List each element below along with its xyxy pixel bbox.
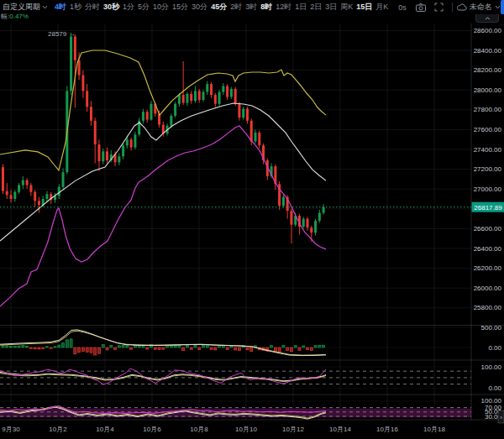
period-1分[interactable]: 1分 xyxy=(123,2,134,13)
svg-text:26000.00: 26000.00 xyxy=(474,285,502,292)
svg-text:10月4: 10月4 xyxy=(96,426,114,433)
screenshot-button[interactable] xyxy=(416,3,426,12)
svg-text:›: › xyxy=(500,414,502,421)
svg-text:28000.00: 28000.00 xyxy=(474,86,502,94)
chevron-up-icon xyxy=(485,17,491,20)
svg-text:9月30: 9月30 xyxy=(2,426,20,433)
svg-text:26817.89: 26817.89 xyxy=(474,204,502,212)
svg-text:10月14: 10月14 xyxy=(329,426,351,433)
svg-text:10月18: 10月18 xyxy=(423,426,445,433)
svg-text:10月8: 10月8 xyxy=(190,426,208,433)
period-3时[interactable]: 3时 xyxy=(245,2,257,13)
period-15分[interactable]: 15分 xyxy=(172,2,188,13)
svg-text:500.00: 500.00 xyxy=(481,324,502,332)
svg-text:27200.00: 27200.00 xyxy=(474,165,502,173)
svg-text:26400.00: 26400.00 xyxy=(474,245,502,253)
chevron-down-icon xyxy=(42,5,48,9)
svg-text:10月10: 10月10 xyxy=(235,426,257,433)
amplitude-readout: 幅:0.47% xyxy=(1,12,29,21)
svg-text:28400.00: 28400.00 xyxy=(474,47,502,55)
fullscreen-button[interactable] xyxy=(434,3,444,12)
svg-text:28600.00: 28600.00 xyxy=(474,27,502,34)
period-周K[interactable]: 周K xyxy=(340,2,353,13)
toolbar-collapse-button[interactable] xyxy=(475,14,499,23)
svg-text:10月6: 10月6 xyxy=(143,426,161,433)
layout-dropdown[interactable]: 未命名 xyxy=(457,2,501,13)
period-分时[interactable]: 分时 xyxy=(85,2,100,13)
svg-text:26200.00: 26200.00 xyxy=(474,264,502,272)
period-selector: 4时1秒分时30秒1分5分10分15分30分45分2时3时8时12时1日2日3日… xyxy=(53,2,390,13)
period-月K[interactable]: 月K xyxy=(375,2,388,13)
svg-text:27800.00: 27800.00 xyxy=(474,106,502,113)
amplitude-value: 0.47% xyxy=(9,13,29,20)
amplitude-label: 幅: xyxy=(1,13,9,20)
layout-name: 未命名 xyxy=(470,2,492,13)
period-30秒[interactable]: 30秒 xyxy=(103,2,119,13)
period-4时[interactable]: 4时 xyxy=(55,2,66,13)
period-8时[interactable]: 8时 xyxy=(260,2,272,13)
period-30分[interactable]: 30分 xyxy=(192,2,207,13)
svg-text:27600.00: 27600.00 xyxy=(474,126,502,133)
period-1秒[interactable]: 1秒 xyxy=(70,2,81,13)
last-price-badge: 26817.89 xyxy=(472,202,504,212)
place-order-button[interactable]: 下单 xyxy=(501,0,504,14)
period-12时[interactable]: 12时 xyxy=(276,2,291,13)
toolbar-divider xyxy=(452,3,453,12)
svg-text:0.00: 0.00 xyxy=(488,384,501,392)
period-5分[interactable]: 5分 xyxy=(138,2,150,13)
period-10分[interactable]: 10分 xyxy=(153,2,169,13)
chevron-down-icon xyxy=(495,5,501,9)
svg-text:100.00: 100.00 xyxy=(481,363,502,371)
svg-text:27000.00: 27000.00 xyxy=(474,186,502,193)
svg-text:26600.00: 26600.00 xyxy=(474,225,502,233)
period-45分[interactable]: 45分 xyxy=(211,2,227,13)
period-2时[interactable]: 2时 xyxy=(230,2,242,13)
cloud-icon xyxy=(457,3,467,11)
svg-text:28579 →: 28579 → xyxy=(48,30,75,38)
svg-text:27400.00: 27400.00 xyxy=(474,146,502,154)
svg-text:28200.00: 28200.00 xyxy=(474,66,502,74)
svg-text:0.00: 0.00 xyxy=(488,344,501,352)
trading-app: { "header": { "custom_period_label": "自定… xyxy=(0,0,504,439)
period-15日[interactable]: 15日 xyxy=(356,2,372,13)
svg-text:10月2: 10月2 xyxy=(49,426,67,433)
period-3日[interactable]: 3日 xyxy=(325,2,337,13)
svg-text:10月12: 10月12 xyxy=(282,426,304,433)
camera-icon xyxy=(416,3,426,12)
period-1日[interactable]: 1日 xyxy=(295,2,307,13)
svg-text:25800.00: 25800.00 xyxy=(474,304,502,311)
bar-countdown: 0s xyxy=(398,3,407,12)
price-chart-canvas[interactable]: 28579 →28600.0028400.0028200.0028000.002… xyxy=(0,0,504,439)
chart-toolbar: 自定义周期 4时1秒分时30秒1分5分10分15分30分45分2时3时8时12时… xyxy=(0,0,504,14)
period-2日[interactable]: 2日 xyxy=(310,2,322,13)
fullscreen-icon xyxy=(434,3,444,12)
panel-expand-button[interactable]: › xyxy=(498,410,504,423)
svg-text:10月16: 10月16 xyxy=(376,426,398,433)
